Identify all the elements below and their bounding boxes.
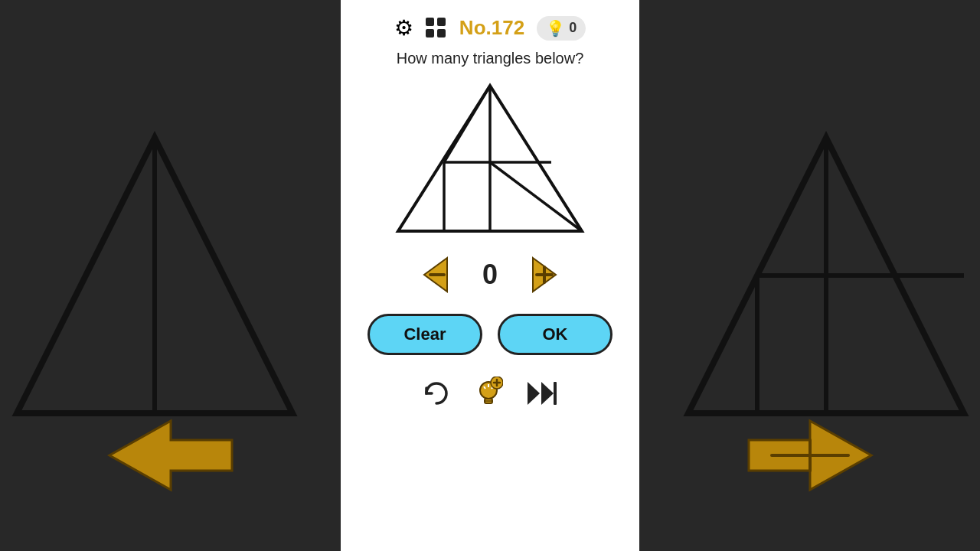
svg-line-8	[490, 162, 582, 231]
center-panel: ⚙ No.172 💡 0 How many triangles below?	[341, 0, 639, 551]
svg-line-9	[444, 86, 490, 162]
clear-button[interactable]: Clear	[368, 314, 482, 355]
counter-value: 0	[475, 259, 505, 291]
svg-marker-24	[528, 382, 540, 405]
decrement-button[interactable]	[415, 254, 456, 295]
refresh-icon[interactable]	[422, 379, 451, 414]
figure-area	[356, 78, 624, 239]
hint-plus-icon[interactable]	[474, 377, 503, 416]
triangle-figure	[383, 78, 597, 239]
top-bar: ⚙ No.172 💡 0	[356, 15, 624, 41]
background-left	[0, 0, 341, 551]
grid-icon[interactable]	[426, 18, 447, 39]
action-row: Clear OK	[368, 314, 612, 355]
skip-icon[interactable]	[526, 379, 558, 414]
question-text: How many triangles below?	[397, 50, 584, 67]
svg-rect-26	[554, 382, 557, 405]
hint-bulb-icon: 💡	[546, 19, 565, 37]
gear-icon[interactable]: ⚙	[394, 15, 413, 41]
svg-marker-25	[541, 382, 554, 405]
counter-row: 0	[415, 254, 565, 295]
puzzle-number: No.172	[459, 16, 524, 40]
hint-count: 0	[569, 20, 577, 36]
increment-button[interactable]	[524, 254, 565, 295]
bottom-icons	[422, 377, 558, 416]
ok-button[interactable]: OK	[498, 314, 612, 355]
svg-marker-3	[109, 421, 232, 490]
background-right	[639, 0, 980, 551]
hint-badge[interactable]: 💡 0	[537, 16, 586, 41]
